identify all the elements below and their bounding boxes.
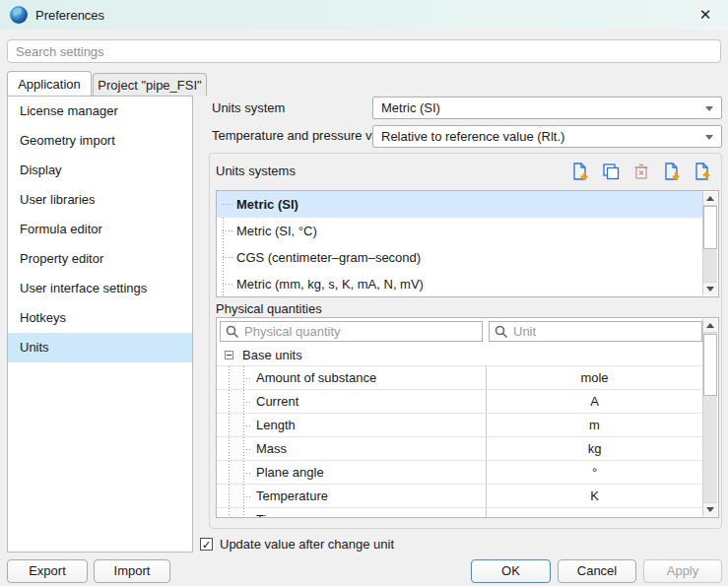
table-row-time[interactable]: Time s — [217, 508, 703, 518]
group-label: Base units — [242, 348, 302, 362]
update-value-label: Update value after change unit — [220, 537, 394, 552]
update-value-checkbox[interactable]: ✓ — [200, 538, 213, 551]
sidebar-item-units[interactable]: Units — [8, 333, 192, 362]
physical-quantities-label: Physical quantities — [216, 300, 322, 318]
list-item-metric-si-c[interactable]: Metric (SI, °C) — [217, 218, 718, 244]
import-button[interactable]: Import — [94, 559, 170, 583]
list-item-metric-si[interactable]: Metric (SI) — [217, 191, 703, 218]
scrollbar-thumb[interactable] — [703, 334, 717, 396]
preferences-dialog: Preferences ✕ Application Project "pipe_… — [0, 0, 728, 586]
sidebar-item-license-manager[interactable]: License manager — [8, 97, 192, 126]
unit-search-input[interactable] — [513, 324, 701, 339]
table-row-length[interactable]: Length m — [217, 414, 703, 437]
cancel-button[interactable]: Cancel — [558, 559, 636, 583]
table-row-current[interactable]: Current A — [217, 390, 703, 414]
units-system-dropdown[interactable]: Metric (SI) — [372, 97, 722, 119]
sidebar-item-geometry-import[interactable]: Geometry import — [8, 126, 192, 156]
update-value-row: ✓ Update value after change unit — [200, 537, 394, 552]
physical-quantities-table: Base units Amount of substance mole Curr… — [216, 317, 719, 518]
units-systems-toolbar — [569, 161, 713, 182]
tab-application[interactable]: Application — [7, 71, 92, 96]
quantity-cell: Plane angle — [256, 461, 324, 485]
window-title: Preferences — [35, 8, 104, 23]
quantity-cell: Amount of substance — [256, 366, 376, 390]
scroll-down-icon[interactable] — [703, 282, 717, 295]
sidebar-item-property-editor[interactable]: Property editor — [8, 244, 192, 274]
physical-quantity-search-input[interactable] — [244, 324, 482, 339]
add-units-system-icon[interactable] — [569, 161, 591, 182]
unit-cell[interactable]: mole — [486, 366, 703, 390]
quantity-cell: Current — [256, 390, 298, 414]
quantity-cell: Temperature — [256, 485, 328, 508]
table-scrollbar[interactable] — [702, 319, 717, 516]
quantity-cell: Mass — [256, 437, 287, 461]
titlebar: Preferences ✕ — [0, 0, 728, 30]
sidebar-item-formula-editor[interactable]: Formula editor — [8, 215, 192, 244]
temp-pressure-dropdown[interactable]: Relative to reference value (Rlt.) — [372, 125, 722, 148]
app-logo-icon — [10, 6, 28, 24]
tree-group-base-units[interactable]: Base units — [217, 344, 703, 366]
search-icon — [226, 325, 239, 339]
physical-quantity-search[interactable] — [220, 321, 483, 342]
scroll-up-icon[interactable] — [703, 319, 717, 333]
sidebar-item-hotkeys[interactable]: Hotkeys — [8, 303, 192, 333]
temp-pressure-value: Relative to reference value (Rlt.) — [381, 129, 564, 144]
collapse-expander-icon[interactable] — [225, 351, 233, 359]
quantity-cell: Length — [256, 414, 296, 437]
scroll-down-icon[interactable] — [703, 502, 717, 516]
chevron-down-icon — [705, 106, 713, 111]
sidebar-item-display[interactable]: Display — [8, 156, 192, 185]
apply-button: Apply — [643, 559, 722, 583]
tab-project-label: Project "pipe_FSI" — [98, 78, 201, 93]
unit-cell[interactable]: K — [486, 485, 703, 508]
tab-application-label: Application — [18, 77, 81, 92]
table-row-temperature[interactable]: Temperature K — [217, 485, 703, 508]
unit-cell[interactable]: A — [486, 390, 703, 414]
settings-category-list: License manager Geometry import Display … — [7, 96, 193, 553]
units-list-scrollbar[interactable] — [702, 192, 717, 295]
list-item-cgs[interactable]: CGS (centimeter–gram–second) — [217, 244, 718, 271]
close-icon[interactable]: ✕ — [695, 5, 716, 25]
scroll-up-icon[interactable] — [703, 192, 717, 206]
sidebar-item-user-interface-settings[interactable]: User interface settings — [8, 274, 192, 303]
units-system-label: Units system — [212, 98, 285, 119]
sidebar-item-user-libraries[interactable]: User libraries — [8, 185, 192, 215]
chevron-down-icon — [705, 135, 713, 140]
quantity-cell: Time — [256, 508, 284, 518]
unit-cell[interactable]: s — [486, 508, 703, 518]
search-input[interactable] — [7, 39, 721, 63]
unit-search[interactable] — [489, 321, 702, 342]
table-row-amount-of-substance[interactable]: Amount of substance mole — [217, 366, 703, 390]
ok-button[interactable]: OK — [471, 559, 551, 583]
unit-cell[interactable]: m — [486, 414, 703, 437]
duplicate-units-system-icon[interactable] — [600, 161, 622, 182]
scrollbar-thumb[interactable] — [703, 206, 717, 249]
unit-cell[interactable]: kg — [486, 437, 703, 461]
import-units-system-icon[interactable] — [661, 161, 683, 182]
search-icon — [495, 325, 508, 339]
delete-units-system-icon — [630, 161, 652, 182]
export-units-system-icon[interactable] — [692, 161, 713, 182]
table-row-mass[interactable]: Mass kg — [217, 437, 703, 461]
export-button[interactable]: Export — [7, 559, 88, 583]
tab-project-pipe-fsi[interactable]: Project "pipe_FSI" — [93, 73, 207, 96]
units-systems-label: Units systems — [216, 162, 296, 181]
table-row-plane-angle[interactable]: Plane angle ° — [217, 461, 703, 485]
list-item-metric-mm-kg[interactable]: Metric (mm, kg, s, K, mA, N, mV) — [217, 271, 718, 297]
unit-cell[interactable]: ° — [486, 461, 703, 485]
units-systems-list: Metric (SI) Metric (SI, °C) CGS (centime… — [216, 190, 719, 297]
units-system-value: Metric (SI) — [381, 100, 440, 115]
